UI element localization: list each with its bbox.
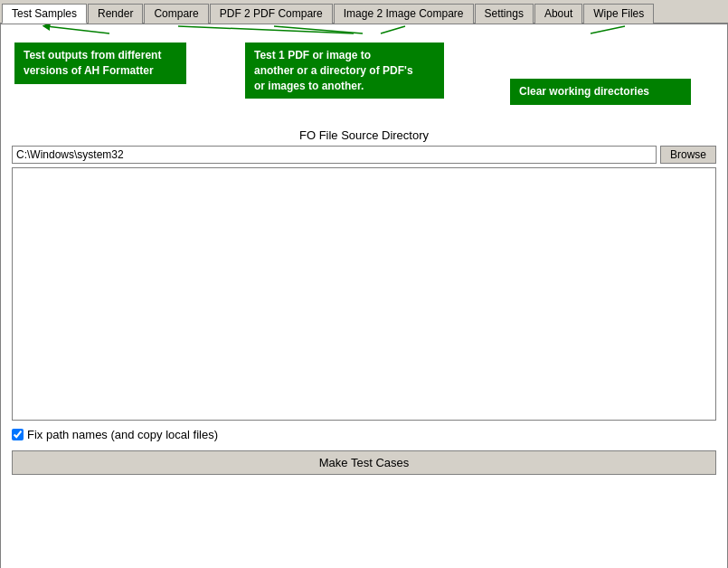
checkbox-row: Fix path names (and copy local files) (12, 428, 716, 441)
svg-line-3 (381, 26, 405, 33)
tab-test-samples[interactable]: Test Samples (2, 4, 87, 24)
file-list-area[interactable] (12, 167, 716, 421)
tab-img2img[interactable]: Image 2 Image Compare (334, 4, 474, 24)
fix-paths-checkbox[interactable] (12, 429, 24, 440)
svg-line-0 (46, 26, 109, 33)
svg-line-1 (178, 26, 354, 33)
make-test-cases-button[interactable]: Make Test Cases (12, 450, 716, 475)
fo-source-input[interactable] (12, 146, 657, 164)
tab-bar: Test Samples Render Compare PDF 2 PDF Co… (0, 0, 728, 24)
tab-about[interactable]: About (534, 4, 582, 24)
fo-input-row: Browse (12, 146, 716, 164)
tooltip-right: Clear working directories (510, 79, 691, 105)
browse-button[interactable]: Browse (660, 146, 716, 164)
tooltip-center: Test 1 PDF or image to another or a dire… (245, 43, 444, 99)
svg-line-4 (591, 26, 625, 33)
tab-wipe[interactable]: Wipe Files (583, 4, 654, 24)
fix-paths-label: Fix path names (and copy local files) (27, 428, 218, 441)
tooltip-left: Test outputs from different versions of … (14, 43, 186, 84)
tab-compare[interactable]: Compare (144, 4, 208, 24)
tab-render[interactable]: Render (88, 4, 143, 24)
svg-line-2 (274, 26, 363, 33)
form-section: FO File Source Directory Browse Fix path… (12, 128, 716, 475)
tab-settings[interactable]: Settings (475, 4, 534, 24)
tab-pdf2pdf[interactable]: PDF 2 PDF Compare (210, 4, 333, 24)
main-content: Test outputs from different versions of … (0, 24, 728, 568)
fo-label: FO File Source Directory (12, 128, 716, 142)
